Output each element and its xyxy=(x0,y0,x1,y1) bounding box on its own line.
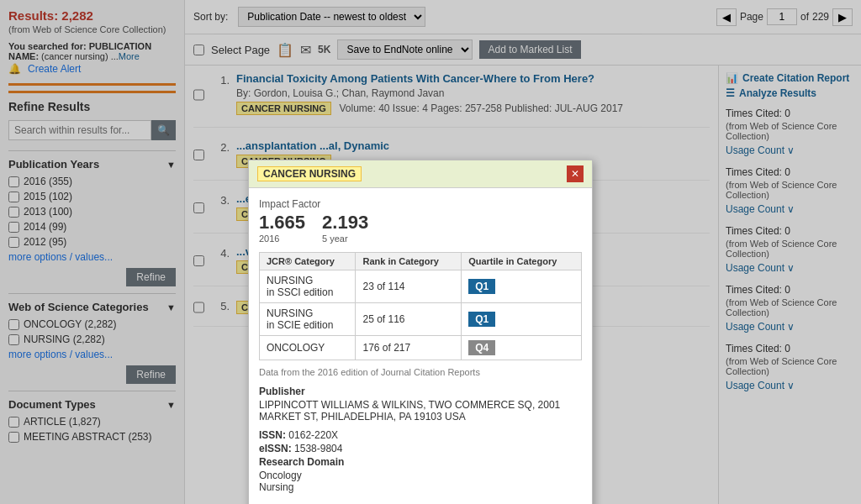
publisher-label: Publisher xyxy=(259,386,582,397)
issn-value: 0162-220X xyxy=(288,429,338,441)
q4-badge: Q4 xyxy=(468,340,495,355)
impact-label: Impact Factor xyxy=(259,198,582,210)
table-row: NURSING in SSCI edition 23 of 114 Q1 xyxy=(260,270,582,303)
impact-values: 1.665 2016 2.193 5 year xyxy=(259,212,582,244)
jcr-table: JCR® Category Rank in Category Quartile … xyxy=(259,252,582,360)
journal-popup: CANCER NURSING ✕ Impact Factor 1.665 201… xyxy=(248,160,593,504)
popup-body: Impact Factor 1.665 2016 2.193 5 year JC… xyxy=(249,188,592,504)
eissn-label: eISSN: xyxy=(259,443,292,454)
impact-5yr-val: 2.193 xyxy=(322,212,368,234)
research-domain-oncology: Oncology xyxy=(259,470,582,481)
issn-row: ISSN: 0162-220X xyxy=(259,429,582,441)
table-row: NURSING in SCIE edition 25 of 116 Q1 xyxy=(260,303,582,336)
research-domain-section: Research Domain Oncology Nursing xyxy=(259,456,582,493)
eissn-value: 1538-9804 xyxy=(294,443,342,454)
jcr-quartile-2: Q1 xyxy=(462,303,582,336)
jcr-cat-3: ONCOLOGY xyxy=(260,336,356,360)
publisher-text: LIPPINCOTT WILLIAMS & WILKINS, TWO COMME… xyxy=(259,399,582,423)
jcr-rank-2: 25 of 116 xyxy=(356,303,462,336)
jcr-rank-1: 23 of 114 xyxy=(356,270,462,303)
q1-badge-2: Q1 xyxy=(468,312,495,327)
popup-header: CANCER NURSING ✕ xyxy=(249,160,592,188)
q1-badge-1: Q1 xyxy=(468,279,495,294)
jcr-col-category: JCR® Category xyxy=(260,253,356,270)
jcr-quartile-3: Q4 xyxy=(462,336,582,360)
issn-label: ISSN: xyxy=(259,429,286,441)
jcr-cat-1: NURSING in SSCI edition xyxy=(260,270,356,303)
research-domain-label: Research Domain xyxy=(259,456,582,468)
jcr-col-quartile: Quartile in Category xyxy=(462,253,582,270)
impact-5yr-label: 5 year xyxy=(322,234,368,244)
popup-journal-tag: CANCER NURSING xyxy=(257,166,362,181)
table-row: ONCOLOGY 176 of 217 Q4 xyxy=(260,336,582,360)
jcr-col-rank: Rank in Category xyxy=(356,253,462,270)
popup-close-btn[interactable]: ✕ xyxy=(567,165,584,182)
jcr-quartile-1: Q1 xyxy=(462,270,582,303)
jcr-cat-2: NURSING in SCIE edition xyxy=(260,303,356,336)
research-domain-nursing: Nursing xyxy=(259,481,582,493)
data-note: Data from the 2016 edition of Journal Ci… xyxy=(259,367,582,377)
jcr-rank-3: 176 of 217 xyxy=(356,336,462,360)
impact-2016-year: 2016 xyxy=(259,234,305,244)
publisher-section: Publisher LIPPINCOTT WILLIAMS & WILKINS,… xyxy=(259,386,582,423)
impact-2016-val: 1.665 xyxy=(259,212,305,234)
eissn-row: eISSN: 1538-9804 xyxy=(259,443,582,454)
